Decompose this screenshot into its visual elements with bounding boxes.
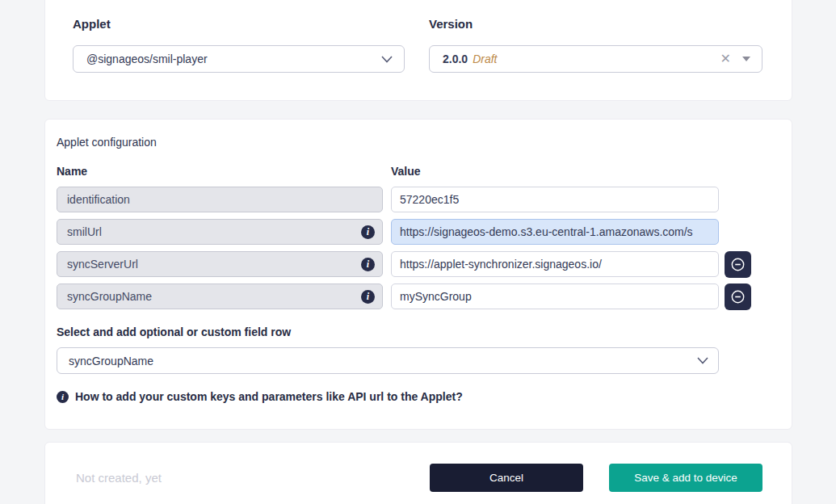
caret-down-icon[interactable] [742,57,750,61]
remove-row-button[interactable] [725,284,751,310]
config-row-identification: identification [57,187,762,212]
applet-label: Applet [73,17,405,32]
config-section-title: Applet configuration [57,136,762,149]
value-input-syncserverurl[interactable] [391,251,719,277]
clear-icon[interactable]: ✕ [720,52,731,65]
info-icon[interactable]: i [361,258,375,271]
status-text: Not created, yet [76,464,430,492]
add-field-row-select-value: syncGroupName [69,355,697,368]
name-field-syncserverurl: syncServerUrl i [57,251,383,277]
chevron-down-icon [381,56,393,63]
version-select[interactable]: 2.0.0 Draft ✕ [429,45,762,73]
help-link[interactable]: i How to add your custom keys and parame… [57,390,762,404]
version-draft-badge: Draft [473,52,497,65]
name-field-identification: identification [57,187,383,212]
value-input-identification[interactable] [391,187,719,212]
config-row-syncgroupname: syncGroupName i [57,284,762,309]
value-input-syncgroupname[interactable] [391,284,719,309]
version-select-value: 2.0.0 [443,52,468,65]
circled-minus-icon [731,290,745,304]
name-field-syncgroupname: syncGroupName i [57,284,383,309]
circled-minus-icon [731,258,745,271]
add-field-row-label: Select and add optional or custom field … [57,326,762,338]
save-add-to-device-button[interactable]: Save & add to device [609,464,762,492]
applet-select-value: @signageos/smil-player [86,52,381,65]
help-link-text: How to add your custom keys and paramete… [75,390,463,404]
applet-configuration-card: Applet configuration Name Value identifi… [44,119,792,430]
name-column-header: Name [57,165,391,178]
value-input-smilurl[interactable] [391,219,719,245]
footer-actions-card: Not created, yet Cancel Save & add to de… [44,442,792,504]
add-field-row-select[interactable]: syncGroupName [57,347,719,374]
config-row-smilurl: smilUrl i [57,219,762,245]
remove-row-button[interactable] [725,251,751,278]
chevron-down-icon [697,357,708,364]
name-field-smilurl: smilUrl i [57,219,383,245]
applet-version-card: Applet @signageos/smil-player Version 2.… [44,0,792,101]
applet-select[interactable]: @signageos/smil-player [73,45,405,73]
info-icon: i [57,391,69,403]
config-row-syncserverurl: syncServerUrl i [57,251,762,277]
value-column-header: Value [391,165,421,178]
info-icon[interactable]: i [361,290,375,304]
info-icon[interactable]: i [361,225,375,239]
version-label: Version [429,17,762,32]
cancel-button[interactable]: Cancel [430,464,583,492]
